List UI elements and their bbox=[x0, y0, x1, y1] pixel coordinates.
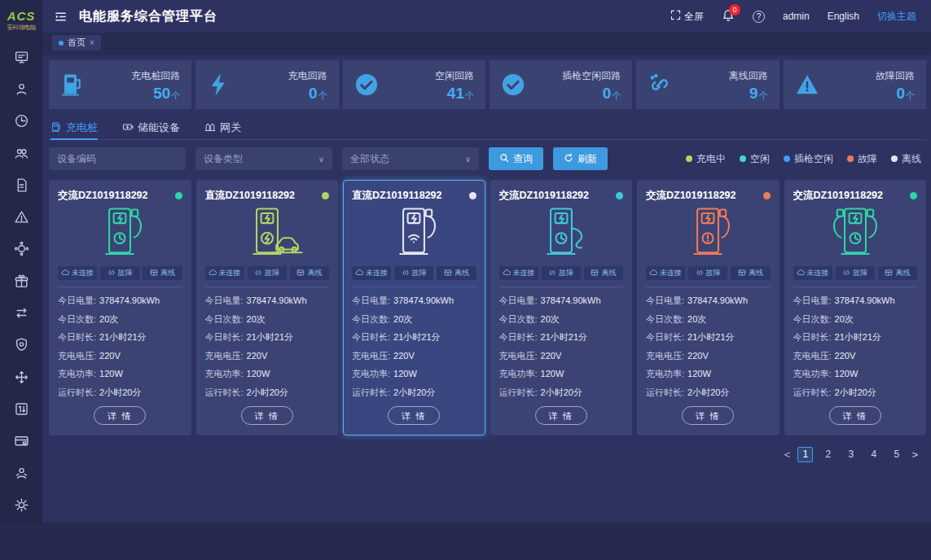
stat-text: 充电桩回路 50个 bbox=[131, 69, 180, 101]
status-select[interactable]: 全部状态 ∨ bbox=[342, 147, 479, 170]
device-card[interactable]: 直流DZ1019118292 bbox=[196, 180, 339, 435]
page-number[interactable]: 4 bbox=[866, 447, 881, 462]
chip-offline: 离线 bbox=[731, 266, 770, 280]
prev-page-arrow[interactable]: < bbox=[784, 448, 791, 461]
detail-button[interactable]: 详 情 bbox=[388, 406, 440, 425]
person-icon bbox=[14, 466, 29, 484]
stat-card: 故障回路 0个 bbox=[784, 60, 926, 109]
device-stats: 今日电量:378474.90kWh 今日次数:20次 今日时长:21小时21分 … bbox=[646, 287, 771, 401]
move-cross-icon bbox=[14, 370, 29, 388]
legend-label: 充电中 bbox=[696, 152, 726, 166]
legend-label: 故障 bbox=[858, 152, 877, 166]
fullscreen-icon bbox=[670, 10, 681, 23]
status-legend: 充电中 空闲 插枪空闲 故障 离线 bbox=[686, 152, 926, 166]
sidebar-item-monitor[interactable] bbox=[0, 43, 42, 75]
pile-body bbox=[107, 209, 134, 255]
page-number[interactable]: 1 bbox=[797, 447, 813, 462]
sidebar-item-clock[interactable] bbox=[0, 107, 42, 138]
device-code-input[interactable] bbox=[49, 147, 186, 170]
help-icon[interactable]: ? bbox=[753, 11, 765, 23]
device-card[interactable]: 交流DZ1019118292 bbox=[490, 180, 633, 435]
device-card[interactable]: 交流DZ1019118292 bbox=[784, 180, 927, 435]
device-card[interactable]: 交流DZ1019118292 bbox=[637, 180, 779, 435]
stat-row: 充电电压:220V bbox=[499, 347, 624, 365]
stat-text: 空闲回路 41个 bbox=[435, 69, 474, 101]
sidebar-item-gift[interactable] bbox=[0, 267, 42, 299]
user-menu[interactable]: admin bbox=[783, 11, 810, 22]
theme-switch-link[interactable]: 切换主题 bbox=[877, 10, 916, 24]
sidebar-item-move[interactable] bbox=[0, 363, 42, 395]
search-button[interactable]: 查询 bbox=[489, 147, 543, 170]
card-header: 直流DZ1019118292 bbox=[352, 189, 476, 203]
device-tab[interactable]: 充电桩 bbox=[51, 116, 98, 139]
chip-offline: 离线 bbox=[290, 266, 329, 280]
sidebar-item-document[interactable] bbox=[0, 171, 42, 203]
grid-icon bbox=[150, 269, 158, 278]
search-icon bbox=[499, 153, 509, 165]
language-switch[interactable]: English bbox=[828, 11, 859, 22]
tab-icon bbox=[122, 121, 134, 135]
topbar-actions: 全屏 0 ? admin English 切换主题 bbox=[670, 9, 916, 24]
stat-icon bbox=[207, 72, 231, 97]
tab-label: 网关 bbox=[220, 120, 241, 135]
cloud-icon bbox=[355, 269, 363, 278]
sidebar-item-network[interactable] bbox=[0, 234, 42, 266]
device-stats: 今日电量:378474.90kWh 今日次数:20次 今日时长:21小时21分 … bbox=[352, 287, 476, 401]
content-area: 充电桩回路 50个 充电回路 0个 空闲回路 41个 bbox=[42, 53, 931, 523]
device-type-select[interactable]: 设备类型 ∨ bbox=[195, 147, 332, 170]
status-dot bbox=[175, 192, 182, 199]
grid-icon bbox=[296, 269, 305, 278]
detail-button[interactable]: 详 情 bbox=[829, 406, 881, 425]
legend-dot bbox=[686, 155, 692, 162]
notification-badge: 0 bbox=[729, 4, 740, 15]
clock-icon bbox=[14, 113, 29, 132]
detail-button[interactable]: 详 情 bbox=[241, 406, 293, 425]
tag-close-icon[interactable]: × bbox=[90, 38, 94, 47]
document-icon bbox=[14, 177, 29, 196]
next-page-arrow[interactable]: > bbox=[911, 448, 918, 461]
app-window: ACS 安科瑞电能 电能服务综合管理平台 bbox=[0, 0, 931, 523]
status-chips: 未连接 故障 离线 bbox=[499, 266, 624, 287]
page-number[interactable]: 2 bbox=[820, 447, 836, 462]
device-card[interactable]: 交流DZ1019118292 bbox=[49, 180, 191, 435]
chip-offline: 离线 bbox=[878, 266, 917, 280]
sidebar-item-sort[interactable] bbox=[0, 395, 42, 427]
sidebar-item-users[interactable] bbox=[0, 138, 42, 170]
sidebar-item-person[interactable] bbox=[0, 458, 42, 490]
page-number[interactable]: 3 bbox=[843, 447, 859, 462]
notification-bell[interactable]: 0 bbox=[722, 9, 735, 24]
detail-button[interactable]: 详 情 bbox=[535, 406, 587, 425]
detail-button[interactable]: 详 情 bbox=[682, 406, 734, 425]
page-number[interactable]: 5 bbox=[889, 447, 904, 462]
charging-pile-illustration bbox=[352, 203, 476, 266]
chip-unconnected: 未连接 bbox=[499, 266, 538, 280]
fullscreen-button[interactable]: 全屏 bbox=[670, 10, 704, 24]
device-tab[interactable]: 网关 bbox=[204, 116, 241, 139]
device-card[interactable]: 直流DZ1019118292 bbox=[343, 180, 485, 435]
stat-value: 9个 bbox=[729, 85, 768, 101]
sidebar-item-user[interactable] bbox=[0, 75, 42, 107]
sidebar-item-billing[interactable] bbox=[0, 427, 42, 458]
stat-row: 充电功率:120W bbox=[205, 365, 330, 383]
legend-dot bbox=[784, 155, 790, 162]
refresh-button[interactable]: 刷新 bbox=[553, 147, 608, 170]
detail-button[interactable]: 详 情 bbox=[94, 406, 146, 425]
chip-fault: 故障 bbox=[688, 266, 727, 280]
sidebar-item-alert[interactable] bbox=[0, 203, 42, 234]
status-chips: 未连接 故障 离线 bbox=[58, 266, 182, 287]
device-cards-grid: 交流DZ1019118292 bbox=[49, 180, 926, 435]
status-chips: 未连接 故障 离线 bbox=[205, 266, 330, 287]
device-title: 交流DZ1019118292 bbox=[58, 189, 148, 203]
stat-row: 今日电量:378474.90kWh bbox=[58, 291, 182, 310]
sidebar-item-settings[interactable] bbox=[0, 491, 42, 523]
device-tab[interactable]: 储能设备 bbox=[122, 116, 180, 139]
sidebar-item-transfer[interactable] bbox=[0, 299, 42, 330]
logo: ACS 安科瑞电能 bbox=[0, 0, 42, 42]
chevron-down-icon: ∨ bbox=[465, 155, 471, 164]
chip-offline: 离线 bbox=[584, 266, 623, 280]
sidebar-item-shield[interactable] bbox=[0, 330, 42, 362]
breadcrumb-tag-home[interactable]: 首页 × bbox=[52, 35, 101, 50]
broken-link-icon bbox=[108, 269, 116, 278]
menu-fold-icon[interactable] bbox=[54, 10, 68, 24]
status-chips: 未连接 故障 离线 bbox=[793, 266, 918, 287]
